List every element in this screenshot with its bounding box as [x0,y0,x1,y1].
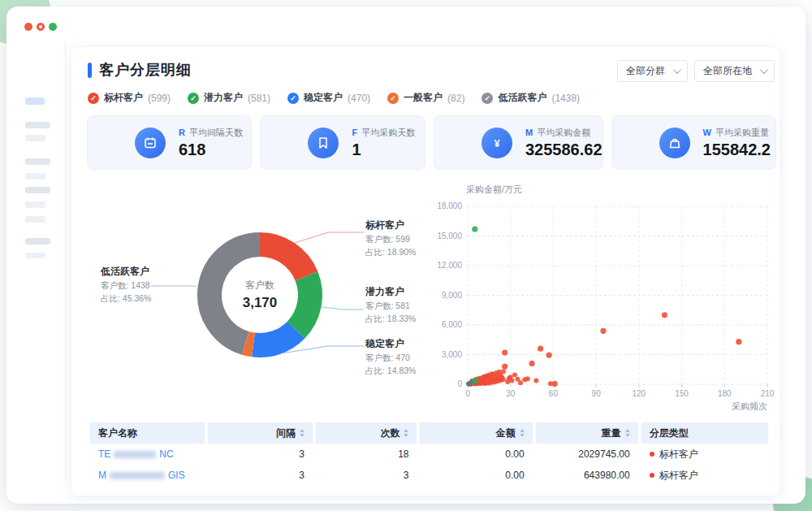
svg-text:9,000: 9,000 [442,291,462,300]
check-circle-icon: ✓ [287,93,299,104]
sidebar-item[interactable] [25,187,50,193]
customer-table: 客户名称 间隔 次数 金额 重量 分层类型 TENC 3 18 0.00 202… [87,422,771,486]
svg-text:采购金额/万元: 采购金额/万元 [466,184,522,194]
table-row[interactable]: TENC 3 18 0.00 2029745.00 标杆客户 [90,444,768,465]
amount-cell: 0.00 [420,465,532,486]
customer-link[interactable]: TENC [98,448,174,460]
check-circle-icon: ✓ [188,93,199,104]
segment-cell: 标杆客户 [659,448,698,460]
amount-cell: 0.00 [420,444,532,465]
donut-center-total: 客户数 3,170 [243,279,278,311]
sidebar-item[interactable] [25,158,50,165]
legend-item-potential[interactable]: ✓ 潜力客户 (581) [188,91,270,105]
svg-text:¥: ¥ [495,138,500,149]
kpi-value: 618 [179,141,243,159]
svg-text:180: 180 [718,389,732,398]
sidebar-item-active[interactable] [25,97,45,105]
kpi-label: 平均采购重量 [715,128,769,137]
kpi-label: 平均间隔天数 [189,128,243,137]
kpi-card-f: F平均采购天数 1 [260,115,425,170]
kpi-cards: R平均间隔天数 618 F平均采购天数 1 ¥ M平均采购金额 [87,115,776,170]
svg-text:3,000: 3,000 [442,350,462,359]
legend-item-inactive[interactable]: ✓ 低活跃客户 (1438) [482,91,580,105]
sidebar-item[interactable] [25,201,45,208]
title-accent-bar [88,63,92,78]
sort-icon[interactable] [404,429,408,437]
sort-icon[interactable] [520,429,525,437]
redacted-text [110,472,165,479]
col-header-times[interactable]: 次数 [316,422,417,444]
weight-cell: 643980.00 [536,465,638,486]
col-header-weight[interactable]: 重量 [536,422,638,444]
svg-text:150: 150 [675,389,689,398]
segment-legend: ✓ 标杆客户 (599) ✓ 潜力客户 (581) ✓ 稳定客户 (470) ✓… [88,91,580,105]
table-row[interactable]: MGIS 3 3 0.00 643980.00 标杆客户 [90,465,768,486]
gap-cell: 3 [208,465,313,486]
sidebar-item[interactable] [25,135,45,141]
close-window-icon[interactable] [24,23,32,31]
col-header-customer: 客户名称 [90,422,205,444]
svg-text:0: 0 [465,389,470,398]
calendar-icon [135,128,166,158]
times-cell: 3 [316,465,417,486]
svg-text:120: 120 [633,389,646,398]
app-window: 客户分层明细 全部分群 全部所在地 ✓ 标杆客户 (599) ✓ 潜力客户 (5… [6,6,806,504]
group-filter-select[interactable]: 全部分群 [617,60,688,82]
svg-text:60: 60 [549,389,559,398]
window-controls [24,23,57,31]
redacted-text [114,451,156,458]
times-cell: 18 [316,444,417,465]
legend-item-stable[interactable]: ✓ 稳定客户 (470) [287,91,370,105]
page-title: 客户分层明细 [88,60,192,80]
check-circle-icon: ✓ [387,93,399,104]
scatter-chart: 03,0006,0009,00012,00015,00018,000030609… [421,183,778,410]
check-circle-icon: ✓ [482,93,493,104]
segment-dot-icon [650,473,654,478]
kpi-value: 155842.2 [703,141,771,159]
col-header-segment: 分层类型 [641,422,768,444]
svg-text:90: 90 [592,389,602,398]
svg-text:6,000: 6,000 [442,320,462,329]
customer-link[interactable]: MGIS [98,470,185,481]
col-header-gap[interactable]: 间隔 [208,422,313,444]
donut-callout-inactive: 低活跃客户 客户数: 1438 占比: 45.36% [101,265,198,305]
legend-item-general[interactable]: ✓ 一般客户 (82) [387,91,464,105]
kpi-label: 平均采购天数 [361,128,415,137]
svg-text:30: 30 [506,389,516,398]
kpi-card-w: W平均采购重量 155842.2 [611,115,776,170]
sidebar-item[interactable] [25,216,45,223]
sidebar-item[interactable] [25,238,50,245]
check-circle-icon: ✓ [88,93,99,104]
location-filter-select[interactable]: 全部所在地 [694,60,775,82]
weight-cell: 2029745.00 [536,444,638,465]
kpi-card-m: ¥ M平均采购金额 325586.62 [434,115,603,170]
svg-text:18,000: 18,000 [437,201,462,210]
chevron-down-icon [673,66,681,74]
svg-text:210: 210 [761,389,775,398]
sidebar-item[interactable] [25,122,50,128]
svg-text:0: 0 [457,379,462,388]
legend-item-benchmark[interactable]: ✓ 标杆客户 (599) [88,91,171,105]
kpi-label: 平均采购金额 [537,128,590,137]
sort-icon[interactable] [625,429,630,437]
bookmark-icon [308,128,339,158]
minimize-window-icon[interactable] [37,23,45,31]
kpi-value: 325586.62 [525,141,603,159]
yuan-icon: ¥ [482,128,512,158]
sort-icon[interactable] [300,429,304,437]
filter-bar: 全部分群 全部所在地 [617,60,775,82]
chevron-down-icon [760,66,768,74]
gap-cell: 3 [208,444,313,465]
col-header-amount[interactable]: 金额 [420,422,532,444]
svg-text:15,000: 15,000 [437,232,462,240]
maximize-window-icon[interactable] [49,23,57,31]
kpi-value: 1 [352,141,415,159]
kpi-card-r: R平均间隔天数 618 [87,115,252,170]
svg-text:采购频次: 采购频次 [732,401,767,410]
sidebar-item[interactable] [25,253,45,258]
sidebar-item[interactable] [25,173,45,180]
table-header-row: 客户名称 间隔 次数 金额 重量 分层类型 [90,422,768,444]
segment-cell: 标杆客户 [659,470,698,481]
sidebar [6,42,66,481]
weight-icon [659,128,690,158]
